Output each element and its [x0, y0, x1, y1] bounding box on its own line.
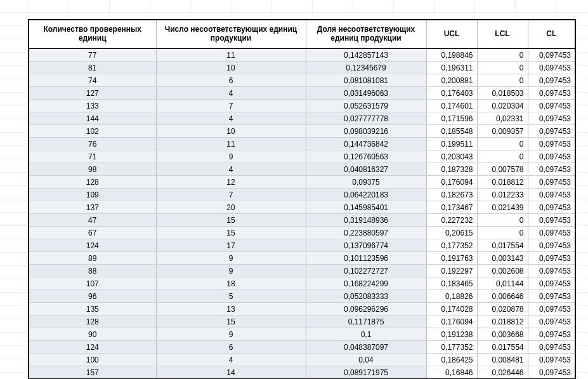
cell-checked-units[interactable]: 135 — [29, 303, 156, 316]
cell-nonconforming-share[interactable]: 0,048387097 — [306, 341, 426, 354]
cell-ucl[interactable]: 0,200881 — [426, 74, 477, 87]
cell-lcl[interactable]: 0,012233 — [477, 189, 528, 201]
cell-nonconforming-share[interactable]: 0,098039216 — [306, 125, 426, 138]
cell-checked-units[interactable]: 47 — [29, 214, 156, 227]
cell-ucl[interactable]: 0,18826 — [426, 290, 477, 303]
cell-lcl[interactable]: 0,026446 — [477, 366, 528, 379]
cell-nonconforming-count[interactable]: 4 — [156, 112, 306, 125]
cell-nonconforming-share[interactable]: 0,137096774 — [306, 239, 426, 252]
cell-nonconforming-count[interactable]: 12 — [156, 176, 306, 189]
header-nonconforming-share[interactable]: Доля несоответствующих единиц продукции — [306, 20, 426, 49]
cell-checked-units[interactable]: 98 — [29, 163, 156, 176]
cell-ucl[interactable]: 0,176094 — [426, 316, 477, 328]
header-nonconforming-count[interactable]: Число несоответствующих единиц продукции — [156, 20, 306, 49]
cell-cl[interactable]: 0,097453 — [528, 252, 575, 265]
cell-ucl[interactable]: 0,16846 — [426, 366, 477, 379]
header-cl[interactable]: CL — [528, 20, 575, 49]
cell-lcl[interactable]: 0,002608 — [477, 265, 528, 277]
cell-lcl[interactable]: 0,003143 — [477, 252, 528, 265]
cell-cl[interactable]: 0,097453 — [528, 87, 575, 100]
cell-checked-units[interactable]: 128 — [29, 176, 156, 189]
cell-cl[interactable]: 0,097453 — [528, 189, 575, 201]
cell-nonconforming-share[interactable]: 0,1 — [306, 328, 426, 341]
cell-checked-units[interactable]: 144 — [29, 112, 156, 125]
cell-ucl[interactable]: 0,196311 — [426, 62, 477, 74]
cell-nonconforming-count[interactable]: 5 — [156, 290, 306, 303]
cell-cl[interactable]: 0,097453 — [528, 176, 575, 189]
cell-nonconforming-count[interactable]: 7 — [156, 100, 306, 112]
cell-checked-units[interactable]: 74 — [29, 74, 156, 87]
cell-nonconforming-count[interactable]: 9 — [156, 265, 306, 277]
cell-nonconforming-count[interactable]: 15 — [156, 214, 306, 227]
cell-nonconforming-share[interactable]: 0,144736842 — [306, 138, 426, 150]
cell-lcl[interactable]: 0,021439 — [477, 201, 528, 214]
cell-lcl[interactable]: 0,018812 — [477, 316, 528, 328]
cell-nonconforming-count[interactable]: 4 — [156, 354, 306, 366]
cell-nonconforming-share[interactable]: 0,052631579 — [306, 100, 426, 112]
cell-lcl[interactable]: 0,008481 — [477, 354, 528, 366]
cell-nonconforming-share[interactable]: 0,12345679 — [306, 62, 426, 74]
cell-nonconforming-share[interactable]: 0,319148936 — [306, 214, 426, 227]
cell-checked-units[interactable]: 124 — [29, 341, 156, 354]
cell-lcl[interactable]: 0,020878 — [477, 303, 528, 316]
cell-cl[interactable]: 0,097453 — [528, 49, 575, 62]
cell-ucl[interactable]: 0,191238 — [426, 328, 477, 341]
cell-ucl[interactable]: 0,176403 — [426, 87, 477, 100]
cell-checked-units[interactable]: 100 — [29, 354, 156, 366]
cell-nonconforming-share[interactable]: 0,031496063 — [306, 87, 426, 100]
cell-cl[interactable]: 0,097453 — [528, 201, 575, 214]
cell-ucl[interactable]: 0,198846 — [426, 49, 477, 62]
cell-nonconforming-count[interactable]: 4 — [156, 163, 306, 176]
cell-lcl[interactable]: 0,018812 — [477, 176, 528, 189]
cell-ucl[interactable]: 0,173467 — [426, 201, 477, 214]
cell-checked-units[interactable]: 107 — [29, 277, 156, 290]
cell-lcl[interactable]: 0,006646 — [477, 290, 528, 303]
cell-checked-units[interactable]: 67 — [29, 227, 156, 239]
cell-checked-units[interactable]: 124 — [29, 239, 156, 252]
cell-checked-units[interactable]: 137 — [29, 201, 156, 214]
cell-nonconforming-share[interactable]: 0,064220183 — [306, 189, 426, 201]
cell-checked-units[interactable]: 102 — [29, 125, 156, 138]
cell-nonconforming-count[interactable]: 11 — [156, 138, 306, 150]
cell-nonconforming-share[interactable]: 0,101123596 — [306, 252, 426, 265]
cell-checked-units[interactable]: 90 — [29, 328, 156, 341]
cell-lcl[interactable]: 0 — [477, 74, 528, 87]
cell-lcl[interactable]: 0,017554 — [477, 239, 528, 252]
cell-checked-units[interactable]: 71 — [29, 150, 156, 163]
cell-cl[interactable]: 0,097453 — [528, 265, 575, 277]
cell-checked-units[interactable]: 157 — [29, 366, 156, 379]
cell-cl[interactable]: 0,097453 — [528, 125, 575, 138]
cell-ucl[interactable]: 0,186425 — [426, 354, 477, 366]
cell-ucl[interactable]: 0,192297 — [426, 265, 477, 277]
cell-nonconforming-share[interactable]: 0,052083333 — [306, 290, 426, 303]
cell-lcl[interactable]: 0 — [477, 62, 528, 74]
cell-cl[interactable]: 0,097453 — [528, 62, 575, 74]
cell-cl[interactable]: 0,097453 — [528, 239, 575, 252]
cell-ucl[interactable]: 0,187328 — [426, 163, 477, 176]
cell-nonconforming-share[interactable]: 0,142857143 — [306, 49, 426, 62]
cell-cl[interactable]: 0,097453 — [528, 354, 575, 366]
cell-nonconforming-count[interactable]: 10 — [156, 62, 306, 74]
cell-ucl[interactable]: 0,176094 — [426, 176, 477, 189]
cell-lcl[interactable]: 0 — [477, 49, 528, 62]
cell-nonconforming-count[interactable]: 9 — [156, 328, 306, 341]
cell-ucl[interactable]: 0,174028 — [426, 303, 477, 316]
cell-ucl[interactable]: 0,203043 — [426, 150, 477, 163]
cell-lcl[interactable]: 0,007578 — [477, 163, 528, 176]
cell-ucl[interactable]: 0,182673 — [426, 189, 477, 201]
cell-cl[interactable]: 0,097453 — [528, 316, 575, 328]
header-ucl[interactable]: UCL — [426, 20, 477, 49]
cell-lcl[interactable]: 0 — [477, 138, 528, 150]
cell-ucl[interactable]: 0,177352 — [426, 341, 477, 354]
cell-ucl[interactable]: 0,183465 — [426, 277, 477, 290]
cell-cl[interactable]: 0,097453 — [528, 138, 575, 150]
cell-ucl[interactable]: 0,227232 — [426, 214, 477, 227]
cell-cl[interactable]: 0,097453 — [528, 100, 575, 112]
header-checked-units[interactable]: Количество проверенных единиц — [29, 20, 156, 49]
cell-nonconforming-count[interactable]: 9 — [156, 252, 306, 265]
cell-lcl[interactable]: 0,01144 — [477, 277, 528, 290]
cell-nonconforming-share[interactable]: 0,089171975 — [306, 366, 426, 379]
header-lcl[interactable]: LCL — [477, 20, 528, 49]
cell-cl[interactable]: 0,097453 — [528, 290, 575, 303]
cell-cl[interactable]: 0,097453 — [528, 150, 575, 163]
